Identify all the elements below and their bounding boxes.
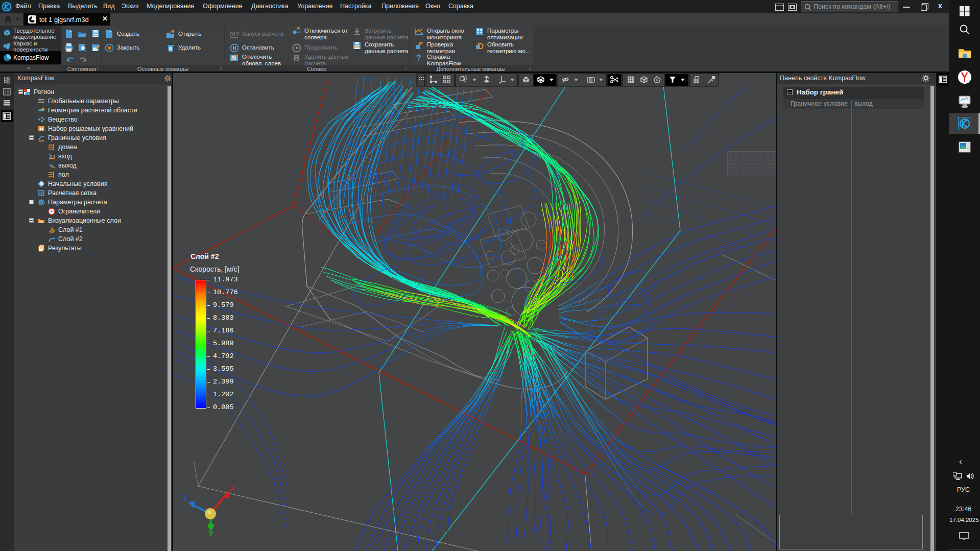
svg-text:?: ?	[416, 54, 421, 62]
svg-text:0: 0	[40, 182, 43, 186]
svg-text:012: 012	[230, 31, 239, 37]
svg-text:Y: Y	[208, 529, 213, 538]
svg-text:X: X	[230, 484, 235, 493]
svg-text:Z: Z	[183, 493, 187, 502]
